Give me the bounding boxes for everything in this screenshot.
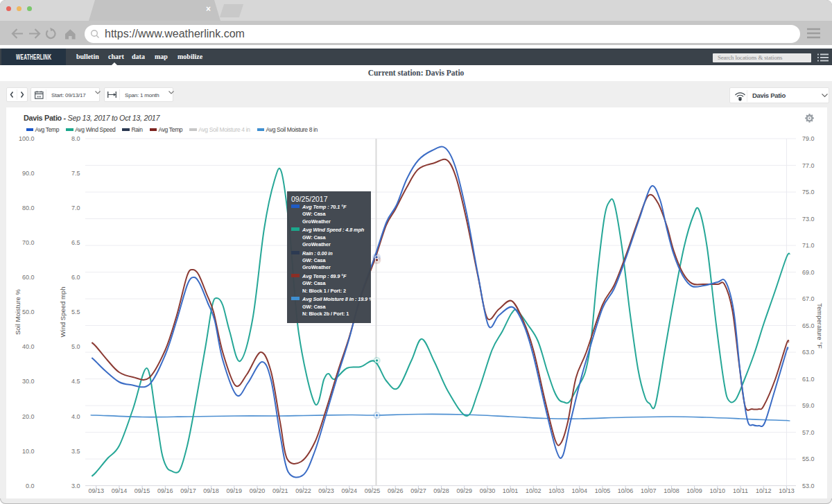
svg-text:09/17: 09/17: [180, 487, 196, 494]
svg-text:60.0: 60.0: [22, 274, 35, 281]
svg-text:100.0: 100.0: [19, 135, 35, 142]
svg-text:09/21: 09/21: [272, 487, 288, 494]
svg-text:5.5: 5.5: [71, 309, 80, 315]
svg-text:70.0: 70.0: [22, 239, 35, 246]
svg-text:10/08: 10/08: [664, 487, 679, 494]
svg-text:09/24: 09/24: [342, 487, 358, 494]
svg-text:10/10: 10/10: [710, 487, 726, 494]
svg-text:3.5: 3.5: [71, 448, 80, 455]
svg-text:10/09: 10/09: [686, 487, 702, 494]
svg-text:57.0: 57.0: [802, 429, 815, 436]
svg-text:09/23: 09/23: [318, 487, 334, 494]
svg-text:77.0: 77.0: [802, 162, 815, 169]
svg-text:50.0: 50.0: [22, 309, 35, 315]
svg-text:4.5: 4.5: [71, 378, 80, 385]
svg-text:67.0: 67.0: [802, 295, 815, 302]
svg-text:Soil Moisture %: Soil Moisture %: [14, 288, 21, 335]
svg-text:09/30: 09/30: [480, 487, 496, 494]
svg-text:09/19: 09/19: [227, 487, 243, 494]
svg-text:09/22: 09/22: [295, 487, 311, 494]
svg-text:10/13: 10/13: [779, 487, 795, 494]
svg-text:20.0: 20.0: [22, 413, 35, 420]
svg-text:09/25: 09/25: [365, 487, 381, 494]
svg-text:10/04: 10/04: [571, 487, 587, 494]
svg-text:10/03: 10/03: [548, 487, 564, 494]
svg-text:10.0: 10.0: [22, 448, 35, 455]
svg-text:10/01: 10/01: [503, 487, 519, 494]
svg-text:40.0: 40.0: [22, 343, 35, 350]
svg-text:90.0: 90.0: [22, 170, 35, 177]
svg-text:69.0: 69.0: [802, 269, 815, 276]
svg-text:09/28: 09/28: [433, 487, 449, 494]
svg-text:10/05: 10/05: [595, 487, 611, 494]
svg-text:5.0: 5.0: [71, 343, 80, 350]
svg-text:80.0: 80.0: [22, 205, 35, 211]
svg-text:59.0: 59.0: [802, 402, 815, 409]
svg-text:71.0: 71.0: [802, 242, 815, 249]
svg-text:09/18: 09/18: [203, 487, 219, 494]
svg-text:73.0: 73.0: [802, 216, 815, 223]
svg-text:09/16: 09/16: [157, 487, 173, 494]
svg-text:09/13: 09/13: [88, 487, 104, 494]
svg-text:Temperature °F: Temperature °F: [816, 303, 824, 349]
svg-text:10/06: 10/06: [618, 487, 634, 494]
svg-text:09/26: 09/26: [388, 487, 404, 494]
svg-text:09/14: 09/14: [112, 487, 128, 494]
svg-text:55.0: 55.0: [802, 455, 815, 462]
svg-text:0.0: 0.0: [26, 483, 35, 489]
svg-text:10/02: 10/02: [526, 487, 541, 494]
svg-text:09/20: 09/20: [250, 487, 266, 494]
svg-text:6.0: 6.0: [71, 274, 80, 281]
svg-text:30.0: 30.0: [22, 378, 35, 385]
svg-text:Wind Speed mph: Wind Speed mph: [59, 287, 67, 338]
svg-text:53.0: 53.0: [802, 483, 815, 489]
svg-text:6.5: 6.5: [71, 239, 80, 246]
svg-text:61.0: 61.0: [802, 376, 815, 383]
svg-text:75.0: 75.0: [802, 189, 815, 195]
svg-text:4.0: 4.0: [71, 413, 80, 420]
svg-text:10/11: 10/11: [733, 487, 748, 494]
svg-text:3.0: 3.0: [71, 483, 80, 489]
svg-text:09/15: 09/15: [135, 487, 150, 494]
svg-text:63.0: 63.0: [802, 349, 815, 356]
svg-text:7.5: 7.5: [71, 170, 80, 177]
svg-text:65.0: 65.0: [802, 322, 815, 329]
svg-text:10/12: 10/12: [756, 487, 772, 494]
svg-text:79.0: 79.0: [802, 135, 815, 142]
svg-text:09/29: 09/29: [456, 487, 472, 494]
svg-text:09/27: 09/27: [410, 487, 426, 494]
svg-text:10/07: 10/07: [641, 487, 657, 494]
svg-text:8.0: 8.0: [71, 135, 80, 142]
svg-text:7.0: 7.0: [71, 205, 80, 211]
